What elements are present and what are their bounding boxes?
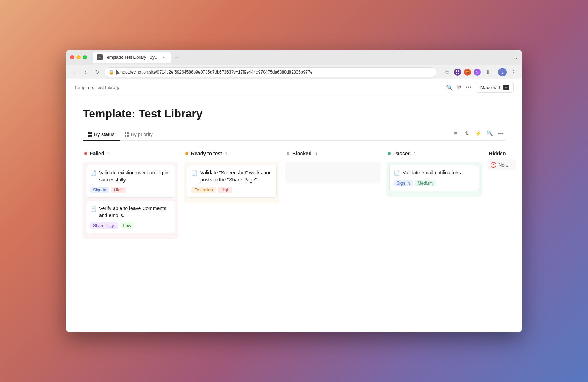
column-count-blocked: 0 bbox=[314, 151, 317, 156]
tag-sign-in-2: Sign In bbox=[394, 180, 413, 186]
copy-icon[interactable]: ⧉ bbox=[457, 84, 461, 91]
card-comments-emojis[interactable]: 📄 Verify able to leave Comments and emoj… bbox=[86, 201, 175, 233]
security-icon: 🔒 bbox=[109, 70, 114, 75]
minimize-button[interactable] bbox=[76, 55, 81, 59]
svg-rect-1 bbox=[458, 70, 459, 72]
lightning-icon[interactable]: ⚡ bbox=[474, 129, 483, 138]
tabs-dropdown-button[interactable]: ⌄ bbox=[513, 54, 518, 61]
doc-icon-3: 📄 bbox=[191, 170, 197, 176]
menu-button[interactable]: ⋮ bbox=[509, 68, 518, 76]
card-title-2: Verify able to leave Comments and emojis… bbox=[99, 205, 171, 219]
hidden-card-icon: 🚫 bbox=[490, 162, 496, 168]
tab-by-status[interactable]: By status bbox=[83, 129, 120, 141]
tag-extension-1: Extension bbox=[191, 187, 216, 193]
download-button[interactable]: ⬇ bbox=[484, 68, 492, 76]
column-header-failed: Failed 2 bbox=[83, 148, 178, 159]
tag-sign-in-1: Sign In bbox=[90, 187, 109, 193]
column-header-ready: Ready to test 1 bbox=[184, 148, 279, 159]
column-label-hidden: Hidden bbox=[489, 151, 506, 156]
filter-icon[interactable]: ≡ bbox=[451, 129, 460, 138]
status-dot-blocked bbox=[287, 152, 289, 155]
more-options-icon[interactable]: ••• bbox=[466, 84, 472, 91]
close-button[interactable] bbox=[70, 55, 74, 59]
page-content: Template: Test Library By status By p bbox=[66, 96, 522, 250]
new-tab-button[interactable]: + bbox=[172, 52, 182, 62]
board-more-icon[interactable]: ••• bbox=[497, 129, 505, 138]
active-tab[interactable]: N Template: Test Library | By st... ✕ bbox=[93, 52, 171, 63]
view-tabs-left: By status By priority bbox=[83, 129, 158, 140]
tab-favicon: N bbox=[97, 54, 103, 60]
svg-rect-2 bbox=[456, 73, 457, 74]
tag-medium-1: Medium bbox=[415, 180, 436, 186]
bookmark-button[interactable]: ☆ bbox=[443, 68, 451, 76]
profile-button[interactable]: J bbox=[498, 68, 507, 76]
card-validate-login[interactable]: 📄 Validate existing user can log in succ… bbox=[86, 165, 175, 198]
column-count-failed: 2 bbox=[107, 151, 109, 156]
reload-button[interactable]: ↻ bbox=[93, 69, 101, 75]
column-label-failed: Failed bbox=[90, 151, 104, 156]
card-title-1: Validate existing user can log in succes… bbox=[99, 169, 171, 183]
traffic-lights bbox=[70, 55, 87, 59]
hidden-card-text: No... bbox=[498, 162, 508, 168]
card-title-row-3: 📄 Validate "Screenshot" works and posts … bbox=[191, 169, 272, 183]
column-cards-hidden: 🚫 No... bbox=[488, 159, 516, 170]
sort-icon[interactable]: ⇅ bbox=[463, 129, 471, 138]
tab-title: Template: Test Library | By st... bbox=[105, 55, 159, 60]
by-status-label: By status bbox=[94, 132, 115, 137]
extensions-button[interactable] bbox=[454, 69, 461, 76]
notion-topbar: Template: Test Library 🔍 ⧉ ••• Made with… bbox=[66, 79, 522, 96]
column-ready: Ready to test 1 📄 Validate "Screenshot" … bbox=[184, 148, 279, 203]
card-title-row-2: 📄 Verify able to leave Comments and emoj… bbox=[90, 205, 171, 219]
breadcrumb-title: Template: Test Library bbox=[74, 85, 119, 90]
column-passed: Passed 1 📄 Validate email notifications … bbox=[386, 148, 482, 197]
url-bar[interactable]: 🔒 jamdotdev.notion.site/0714c2ef69264586… bbox=[104, 67, 437, 77]
fullscreen-button[interactable] bbox=[83, 55, 87, 59]
tag-high-2: High bbox=[218, 187, 232, 193]
forward-button[interactable]: › bbox=[81, 69, 90, 75]
notion-logo-icon: N bbox=[503, 85, 509, 90]
back-button[interactable]: ‹ bbox=[70, 69, 79, 75]
column-header-blocked: Blocked 0 bbox=[285, 148, 381, 159]
title-bar: N Template: Test Library | By st... ✕ + … bbox=[66, 50, 522, 65]
search-icon[interactable]: 🔍 bbox=[446, 84, 453, 91]
column-label-ready: Ready to test bbox=[191, 151, 222, 156]
tag-high-1: High bbox=[111, 187, 126, 193]
svg-rect-0 bbox=[456, 70, 457, 72]
tab-by-priority[interactable]: By priority bbox=[120, 129, 158, 141]
search-board-icon[interactable]: 🔍 bbox=[485, 129, 494, 138]
column-blocked: Blocked 0 bbox=[285, 148, 381, 183]
address-bar: ‹ › ↻ 🔒 jamdotdev.notion.site/0714c2ef69… bbox=[66, 65, 522, 79]
made-with-button[interactable]: Made with N bbox=[476, 82, 514, 93]
column-label-blocked: Blocked bbox=[292, 151, 311, 156]
wallet-button[interactable]: ◎ bbox=[474, 69, 481, 76]
hidden-card-partial: 🚫 No... bbox=[490, 162, 513, 168]
column-cards-ready: 📄 Validate "Screenshot" works and posts … bbox=[184, 162, 279, 203]
by-priority-label: By priority bbox=[131, 132, 153, 137]
grid-icon bbox=[88, 132, 92, 137]
card-title-3: Validate "Screenshot" works and posts to… bbox=[200, 169, 272, 183]
column-header-hidden: Hidden bbox=[488, 148, 516, 159]
content-area: Template: Test Library 🔍 ⧉ ••• Made with… bbox=[66, 79, 522, 332]
brave-shield-button[interactable]: 🦁 bbox=[464, 69, 471, 76]
card-title-row-4: 📄 Validate email notifications bbox=[394, 169, 474, 176]
column-header-passed: Passed 1 bbox=[386, 148, 482, 159]
view-tabs: By status By priority ≡ ⇅ ⚡ 🔍 ••• bbox=[83, 129, 505, 141]
browser-actions: ☆ 🦁 ◎ ⬇ J ⋮ bbox=[443, 68, 518, 76]
column-label-passed: Passed bbox=[393, 151, 411, 156]
column-failed: Failed 2 📄 Validate existing user can lo… bbox=[83, 148, 178, 239]
tab-close-button[interactable]: ✕ bbox=[161, 55, 166, 60]
card-title-4: Validate email notifications bbox=[403, 169, 461, 176]
status-dot-ready bbox=[185, 152, 188, 155]
doc-icon-2: 📄 bbox=[90, 206, 96, 212]
doc-icon-4: 📄 bbox=[394, 170, 400, 176]
tag-low-1: Low bbox=[120, 222, 134, 229]
browser-window: N Template: Test Library | By st... ✕ + … bbox=[66, 50, 522, 332]
status-dot-failed bbox=[84, 152, 87, 155]
column-cards-passed: 📄 Validate email notifications Sign In M… bbox=[386, 162, 482, 197]
card-tags-3: Extension High bbox=[191, 187, 272, 193]
card-email-notifications[interactable]: 📄 Validate email notifications Sign In M… bbox=[389, 165, 479, 191]
card-tags-4: Sign In Medium bbox=[394, 180, 474, 186]
svg-rect-3 bbox=[458, 73, 459, 74]
card-screenshot[interactable]: 📄 Validate "Screenshot" works and posts … bbox=[187, 165, 277, 198]
page-title: Template: Test Library bbox=[83, 107, 505, 120]
